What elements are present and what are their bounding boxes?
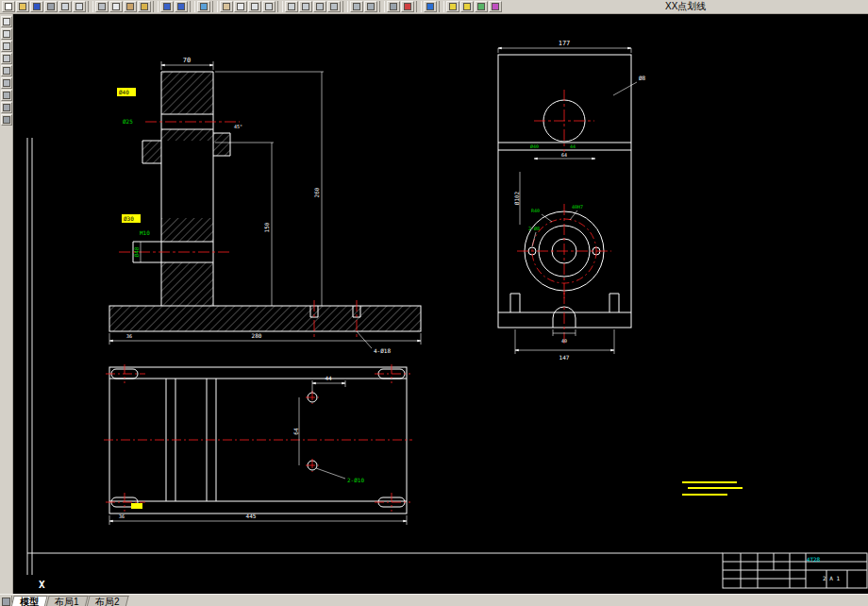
- text-tool-icon[interactable]: [1, 90, 12, 101]
- tab-scroll-button[interactable]: [0, 596, 12, 606]
- match-properties-icon[interactable]: [138, 1, 151, 12]
- dim-front-bottom-width: 147: [559, 354, 570, 361]
- properties-palette-icon[interactable]: [489, 1, 502, 12]
- icon-glyph: [33, 3, 41, 10]
- section-view: 70 150 260 Ø48 Ø25 M10 45° Ø40 Ø30 280 3…: [109, 57, 520, 354]
- icon-glyph: [3, 42, 10, 50]
- dim-chamfer: 45°: [234, 124, 242, 129]
- dim-top-width: 70: [183, 57, 191, 64]
- named-views-icon[interactable]: [313, 1, 326, 12]
- dim-left-vert: Ø102: [513, 191, 520, 205]
- leader-corner-radius: Ø8: [639, 75, 646, 81]
- area-icon[interactable]: [364, 1, 377, 12]
- design-center-icon[interactable]: [475, 1, 488, 12]
- icon-glyph: [75, 3, 83, 10]
- icon-glyph: [200, 3, 208, 10]
- circle-tool-icon[interactable]: [1, 41, 12, 52]
- rectangle-tool-icon[interactable]: [1, 65, 12, 76]
- new-file-icon[interactable]: [2, 1, 15, 12]
- sheet-frame: [27, 138, 867, 588]
- icon-glyph: [288, 3, 295, 10]
- redo-icon[interactable]: [175, 1, 188, 12]
- icon-glyph: [3, 79, 10, 87]
- icon-glyph: [404, 3, 411, 10]
- toolbar-separator: [439, 1, 444, 12]
- orbit-icon[interactable]: [327, 1, 341, 12]
- icon-glyph: [163, 3, 171, 10]
- dim-base-left: 36: [126, 333, 132, 339]
- distance-icon[interactable]: [350, 1, 363, 12]
- icon-glyph: [237, 3, 244, 10]
- regen-icon[interactable]: [299, 1, 312, 12]
- zoom-previous-icon[interactable]: [262, 1, 275, 12]
- tab-layout1[interactable]: 布局1: [45, 596, 88, 606]
- paste-icon[interactable]: [124, 1, 137, 12]
- icon-glyph: [463, 3, 471, 10]
- polyline-tool-icon[interactable]: [1, 28, 12, 40]
- toolbar-separator: [416, 1, 422, 12]
- selected-lines[interactable]: [682, 482, 743, 495]
- icon-glyph: [390, 3, 397, 10]
- drawing-canvas[interactable]: 4T28 2 A 1: [13, 14, 868, 594]
- icon-glyph: [19, 3, 26, 10]
- title-block-code: 4T28: [807, 556, 821, 563]
- note-slots: 4-Ø18: [374, 347, 391, 354]
- dim-step-b: 44: [570, 143, 576, 149]
- tab-layout2[interactable]: 布局2: [86, 596, 128, 606]
- icon-glyph: [316, 3, 324, 10]
- redraw-icon[interactable]: [285, 1, 298, 12]
- plot-icon[interactable]: [44, 1, 58, 12]
- express-tool-b-icon[interactable]: [460, 1, 474, 12]
- dim-notch: 40: [561, 338, 567, 344]
- hatch-tool-icon[interactable]: [1, 77, 12, 89]
- layer-manager-icon[interactable]: [387, 1, 400, 12]
- copy-icon[interactable]: [109, 1, 123, 12]
- undo-icon[interactable]: [160, 1, 174, 12]
- icon-glyph: [47, 3, 55, 10]
- dim-step-c: 64: [561, 152, 567, 158]
- erase-tool-icon[interactable]: [1, 114, 12, 126]
- icon-glyph: [141, 3, 148, 10]
- dimension-tool-icon[interactable]: [1, 102, 12, 113]
- icon-glyph: [3, 116, 10, 124]
- tab-label: 模型: [20, 597, 39, 606]
- icon-glyph: [98, 3, 106, 10]
- line-tool-icon[interactable]: [1, 16, 12, 27]
- dim-base-width: 280: [252, 332, 262, 339]
- label-bore: 40H7: [572, 204, 583, 210]
- icon-glyph: [3, 67, 10, 75]
- icon-glyph: [3, 92, 10, 99]
- zoom-window-icon[interactable]: [248, 1, 261, 12]
- layout-tab-bar: 模型 布局1 布局2: [0, 594, 868, 606]
- plot-preview-icon[interactable]: [58, 1, 72, 12]
- save-icon[interactable]: [30, 1, 43, 12]
- dim-hole-top: Ø25: [123, 118, 133, 125]
- tab-model[interactable]: 模型: [10, 596, 47, 606]
- dim-inner-height: 150: [263, 222, 270, 232]
- insert-hyperlink-icon[interactable]: [197, 1, 210, 12]
- color-control-icon[interactable]: [401, 1, 414, 12]
- label-holes: 2-Ø8: [528, 226, 540, 231]
- help-icon[interactable]: [424, 1, 437, 12]
- toolbar-separator: [277, 1, 283, 12]
- spell-check-icon[interactable]: [73, 1, 86, 12]
- pan-icon[interactable]: [220, 1, 233, 12]
- label-radius: R40: [531, 208, 540, 213]
- icon-glyph: [265, 3, 273, 10]
- express-tool-a-icon[interactable]: [446, 1, 459, 12]
- dim-step: Ø40: [530, 143, 539, 149]
- top-view: 44 64 2-Ø10 445 36: [104, 364, 412, 525]
- front-view: 177 Ø8 Ø40 44 64 Ø102 R40 40H7 2-Ø8 40 1…: [498, 40, 646, 361]
- linetype-selector[interactable]: XX点划线: [665, 1, 706, 11]
- icon-glyph: [61, 3, 69, 10]
- zoom-realtime-icon[interactable]: [234, 1, 247, 12]
- highlight-tag-topview[interactable]: [131, 503, 142, 509]
- cut-icon[interactable]: [95, 1, 108, 12]
- arc-tool-icon[interactable]: [1, 53, 12, 64]
- toolbar-separator: [342, 1, 348, 12]
- dim-left-offset: 36: [119, 513, 125, 519]
- open-file-icon[interactable]: [16, 1, 29, 12]
- title-block: 4T28 2 A 1: [807, 556, 841, 581]
- icon-glyph: [126, 3, 134, 10]
- icon-glyph: [367, 3, 375, 10]
